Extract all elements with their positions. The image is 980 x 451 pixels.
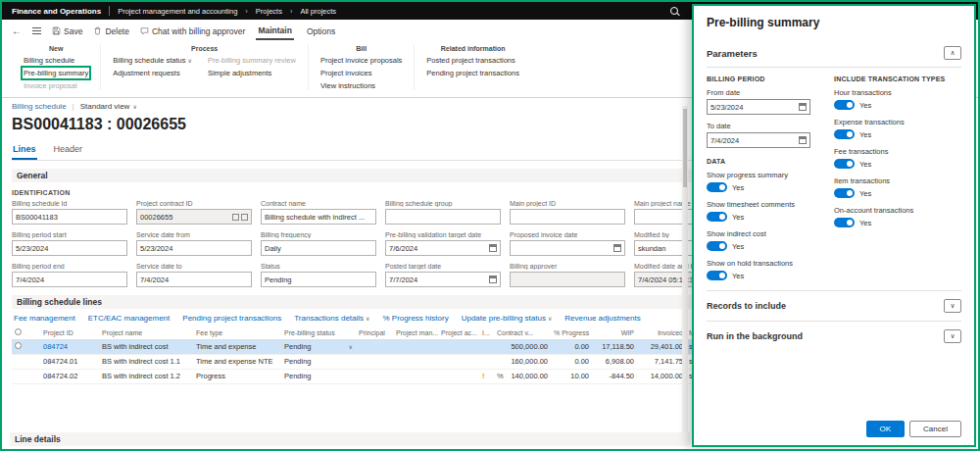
cell-indicator[interactable] [479,354,494,369]
form-name-link[interactable]: Billing schedule [12,102,67,111]
cell-project-name[interactable]: BS with indirect cost 1.1 [99,354,193,369]
cell-project-accountant[interactable] [438,354,479,369]
col-principal[interactable]: Principal [356,326,393,339]
col-wip[interactable]: WIP [592,326,637,339]
billing-approver-input[interactable] [510,272,625,287]
service-date-to-input[interactable]: 7/4/2024 [136,272,252,287]
cell-wip[interactable]: 17,118.50 [592,339,637,354]
calendar-icon[interactable] [489,276,497,283]
cell-select[interactable] [12,339,27,354]
col-project-name[interactable]: Project name [99,326,193,339]
cell-fee-type[interactable]: Progress [193,369,281,383]
cell-contract-value[interactable]: %140,000.00 [494,369,551,383]
progress-history-link[interactable]: % Progress history [383,314,449,323]
update-pre-billing-status-link[interactable]: Update pre-billing status∨ [462,314,553,323]
adjustment-requests-button[interactable]: Adjustment requests [113,69,192,77]
search-icon[interactable] [670,7,678,15]
tab-header[interactable]: Header [53,142,84,160]
back-button[interactable]: ← [12,25,22,36]
table-row[interactable]: 084724 BS with indirect cost Time and ex… [12,339,725,354]
col-progress[interactable]: % Progress [551,326,592,339]
toggle-switch[interactable] [707,271,727,280]
cell-invoiced[interactable]: 7,141.75 [637,354,686,369]
col-invoiced[interactable]: Invoiced [637,326,686,339]
cell-indicator[interactable]: ! [479,369,494,383]
cell-fee-type[interactable]: Time and expense NTE [193,354,281,369]
cell-project-id[interactable]: 084724.02 [40,369,99,383]
cell-indicator[interactable] [479,339,494,354]
cell-select[interactable] [12,354,27,369]
cell-project-manager[interactable] [393,369,438,383]
col-project-accountant[interactable]: Project ac... [438,326,479,339]
cancel-button[interactable]: Cancel [909,421,961,437]
collapse-parameters-button[interactable]: ∧ [944,46,961,60]
chat-with-billing-approver-button[interactable]: Chat with billing approver [140,26,245,36]
cell-contract-value[interactable]: 500,000.00 [494,339,551,354]
toggle-switch[interactable] [707,182,727,192]
col-i[interactable]: I... [479,326,494,339]
fee-management-link[interactable]: Fee management [14,314,75,323]
view-selector[interactable]: Standard view ∨ [80,102,137,111]
cell-invoiced[interactable]: 14,000.00 [637,369,686,383]
calendar-icon[interactable] [799,103,807,111]
view-instructions-button[interactable]: View instructions [320,81,402,90]
col-project-manager[interactable]: Project man... [393,326,438,339]
cell-contract-value[interactable]: 160,000.00 [494,354,551,369]
cell-progress[interactable]: 10.00 [551,369,592,383]
tab-lines[interactable]: Lines [12,142,37,160]
billing-schedule-id-input[interactable]: BS00041183 [12,209,127,225]
col-pre-billing-status[interactable]: Pre-billing status [281,326,356,339]
section-line-details-header[interactable]: Line details [10,432,690,446]
cell-pre-billing-status[interactable]: Pending∨ [281,339,356,354]
cell-project-accountant[interactable] [438,369,479,383]
cell-project-accountant[interactable] [438,339,479,354]
invoice-proposal-button[interactable]: Invoice proposal [24,81,88,90]
select-all-header[interactable] [12,326,27,339]
pre-billing-summary-button[interactable]: Pre-billing summary [24,69,88,77]
menu-button[interactable] [32,27,41,34]
pre-billing-summary-review-button[interactable]: Pre-billing summary review [208,56,296,65]
breadcrumb-module[interactable]: Project management and accounting [118,7,237,16]
lookup-icon[interactable] [232,214,239,221]
from-date-input[interactable] [710,103,797,112]
status-input[interactable]: Pending [261,272,376,287]
main-project-id-input[interactable] [510,209,625,225]
toggle-switch[interactable] [834,100,855,110]
proposed-invoice-date-input[interactable] [510,240,625,256]
open-record-icon[interactable] [241,214,248,221]
col-project-id[interactable]: Project ID [40,326,99,339]
breadcrumb-all-projects[interactable]: All projects [300,7,336,16]
tab-options[interactable]: Options [305,23,337,39]
table-row[interactable]: 084724.02 BS with indirect cost 1.2 Prog… [12,369,725,383]
cell-project-name[interactable]: BS with indirect cost [99,339,193,354]
posted-target-date-input[interactable]: 7/7/2024 [385,272,501,287]
cell-progress[interactable]: 0.00 [551,339,592,354]
cell-pre-billing-status[interactable]: Pending [281,354,356,369]
simple-adjustments-button[interactable]: Simple adjustments [208,69,296,77]
breadcrumb-projects[interactable]: Projects [256,7,282,16]
toggle-switch[interactable] [707,212,727,222]
cell-project-id[interactable]: 084724 [40,339,99,354]
billing-schedule-group-input[interactable] [385,209,501,225]
run-in-background-section[interactable]: Run in the background ∨ [707,321,961,351]
tab-maintain[interactable]: Maintain [256,22,293,40]
revenue-adjustments-link[interactable]: Revenue adjustments [564,314,640,323]
table-row[interactable]: 084724.01 BS with indirect cost 1.1 Time… [12,354,725,369]
billing-schedule-status-button[interactable]: Billing schedule status∨ [113,56,192,65]
cell-progress[interactable]: 0.00 [551,354,592,369]
calendar-icon[interactable] [489,244,497,252]
toggle-switch[interactable] [834,218,855,227]
ok-button[interactable]: OK [866,421,906,437]
cell-invoiced[interactable]: 29,401.00 [637,339,686,354]
toggle-switch[interactable] [834,188,855,198]
records-to-include-section[interactable]: Records to include ∨ [707,290,961,321]
vertical-scrollbar[interactable] [682,106,688,444]
project-invoice-proposals-button[interactable]: Project invoice proposals [320,56,402,65]
project-invoices-button[interactable]: Project invoices [320,69,402,77]
contract-name-input[interactable]: Billing schedule with indirect ... [261,209,376,225]
parameters-section-header[interactable]: Parameters ∧ [707,43,961,68]
toggle-switch[interactable] [707,241,727,251]
delete-button[interactable]: Delete [93,26,129,36]
cell-project-name[interactable]: BS with indirect cost 1.2 [99,369,193,383]
cell-pre-billing-status[interactable]: Pending [281,369,356,383]
